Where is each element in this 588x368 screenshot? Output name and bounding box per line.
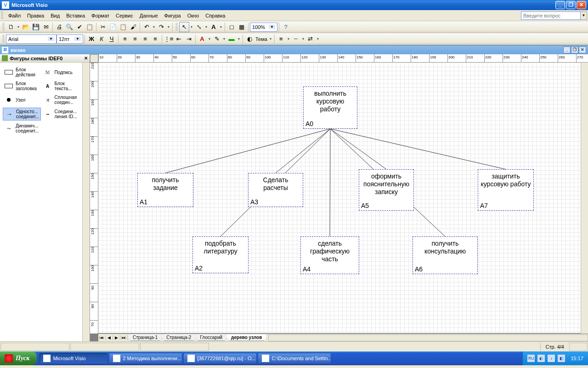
canvas-viewport[interactable]: выполнить курсовую работуA0получить зада… (98, 63, 588, 334)
clock[interactable]: 15:17 (571, 356, 583, 361)
shape-item[interactable]: AБлок текста... (42, 80, 80, 92)
format-painter-button[interactable]: 🖌 (128, 22, 138, 32)
horizontal-scrollbar[interactable] (268, 334, 588, 341)
line-weight-button[interactable]: ≡ (276, 34, 286, 44)
taskbar-task[interactable]: Microsoft Visio (39, 353, 108, 364)
diagram-node-A7[interactable]: защитить курсовую работуA7 (478, 169, 534, 211)
line-ends-button[interactable]: ⇄ (305, 34, 316, 44)
doc-close-button[interactable]: ✕ (579, 46, 586, 53)
decrease-indent-button[interactable]: ⇤ (174, 34, 184, 44)
align-justify-button[interactable]: ≡ (150, 34, 160, 44)
tab-nav-prev[interactable]: ◀ (106, 335, 113, 340)
maximize-button[interactable]: ❐ (566, 1, 576, 9)
fill-color-button[interactable]: ▬ (226, 34, 237, 44)
ask-dropdown[interactable]: ▼ (581, 12, 587, 20)
shapes-button[interactable]: ◻ (226, 22, 237, 32)
dropdown-icon[interactable]: ▼ (189, 25, 194, 29)
align-right-button[interactable]: ≡ (140, 34, 150, 44)
dropdown-icon[interactable]: ▼ (268, 37, 273, 40)
dropdown-icon[interactable]: ▼ (237, 37, 241, 40)
shape-item[interactable]: ⤳Динамич... соединит... (3, 122, 41, 134)
menu-фигура[interactable]: Фигура (161, 12, 184, 20)
shapes-scrollbar[interactable] (82, 63, 90, 341)
mail-button[interactable]: ✉ (41, 22, 51, 32)
align-center-button[interactable]: ≡ (130, 34, 140, 44)
dropdown-icon[interactable]: ▼ (301, 37, 305, 40)
zoom-combo[interactable]: 100%▼ (250, 23, 277, 32)
font-name-combo[interactable]: Arial▼ (6, 34, 57, 44)
page-tab[interactable]: дерево узлов (226, 334, 267, 341)
font-color-button[interactable]: A (197, 34, 207, 44)
start-button[interactable]: Пуск (0, 351, 37, 365)
page-tab[interactable]: Страница-1 (128, 334, 163, 341)
diagram-node-A3[interactable]: Сделать расчетыA3 (248, 173, 303, 207)
tab-nav-first[interactable]: ⏮ (98, 335, 106, 340)
pointer-tool-button[interactable]: ↖ (179, 22, 189, 32)
dropdown-icon[interactable]: ▼ (207, 37, 212, 40)
page-tab[interactable]: Глоссарий (195, 334, 227, 341)
diagram-node-A6[interactable]: получить консультациюA6 (413, 236, 478, 274)
menu-сервис[interactable]: Сервис (113, 12, 136, 20)
redo-button[interactable]: ↷ (156, 22, 166, 32)
vertical-scrollbar[interactable] (581, 63, 588, 334)
ask-question-input[interactable] (521, 12, 581, 20)
paste-button[interactable]: 📋 (118, 22, 128, 32)
bullets-button[interactable]: ⋮≡ (164, 34, 174, 44)
print-button[interactable]: 🖨 (54, 22, 64, 32)
tray-icon[interactable]: ◧ (558, 355, 565, 362)
research-button[interactable]: 📋 (85, 22, 95, 32)
shape-item[interactable]: Блок действия (3, 66, 41, 78)
shape-item[interactable]: Узел (3, 94, 41, 106)
taskbar-task[interactable]: C:\Documents and Settin... (258, 353, 331, 364)
bold-button[interactable]: Ж (86, 34, 96, 44)
diagram-node-A0[interactable]: выполнить курсовую работуA0 (303, 86, 357, 129)
shapes-close-button[interactable]: ✕ (84, 56, 88, 61)
line-color-button[interactable]: ✎ (212, 34, 222, 44)
shape-item[interactable]: Блок заголовка (3, 80, 41, 92)
menu-вставка[interactable]: Вставка (63, 12, 88, 20)
dropdown-icon[interactable]: ▼ (286, 37, 291, 40)
theme-button[interactable]: ◐ (244, 34, 254, 44)
diagram-node-A4[interactable]: сделать графическую частьA4 (300, 236, 359, 274)
undo-button[interactable]: ↶ (141, 22, 152, 32)
page-tab[interactable]: Страница-2 (161, 334, 196, 341)
doc-maximize-button[interactable]: ❐ (571, 46, 578, 53)
menu-данные[interactable]: Данные (136, 12, 161, 20)
lang-indicator[interactable]: RU (527, 355, 535, 362)
doc-minimize-button[interactable]: _ (563, 46, 571, 53)
menu-справка[interactable]: Справка (202, 12, 228, 20)
shape-item[interactable]: ℳПодпись (42, 66, 80, 78)
save-button[interactable]: 💾 (31, 22, 41, 32)
taskbar-task[interactable]: 2 Методика выполнени... (109, 353, 182, 364)
stencil-button[interactable]: ▦ (237, 22, 247, 32)
dropdown-icon[interactable]: ▼ (204, 25, 209, 29)
open-button[interactable]: 📂 (21, 22, 31, 32)
italic-button[interactable]: К (96, 34, 107, 44)
menu-формат[interactable]: Формат (88, 12, 113, 20)
new-button[interactable]: 🗋 (6, 22, 16, 32)
dropdown-icon[interactable]: ▼ (316, 37, 320, 40)
drawing-page[interactable]: выполнить курсовую работуA0получить зада… (98, 63, 586, 333)
underline-button[interactable]: Ч (107, 34, 117, 44)
increase-indent-button[interactable]: ⇥ (184, 34, 194, 44)
tab-nav-next[interactable]: ▶ (113, 335, 120, 340)
menu-вид[interactable]: Вид (47, 12, 63, 20)
diagram-node-A5[interactable]: оформить пояснительную запискуA5 (359, 169, 414, 211)
menu-окно[interactable]: Окно (184, 12, 203, 20)
shape-item[interactable]: ╍Соедини... линия ID... (42, 108, 80, 121)
taskbar-task[interactable]: [367722681@qip.ru] - O... (183, 353, 257, 364)
help-button[interactable]: ? (281, 22, 291, 32)
tab-nav-last[interactable]: ⏭ (120, 335, 128, 340)
close-button[interactable]: ✕ (577, 1, 586, 9)
line-pattern-button[interactable]: ┄ (291, 34, 301, 44)
dropdown-icon[interactable]: ▼ (222, 37, 226, 40)
menu-правка[interactable]: Правка (24, 12, 47, 20)
cut-button[interactable]: ✂ (98, 22, 108, 32)
minimize-button[interactable]: _ (555, 1, 565, 9)
spellcheck-button[interactable]: ✔ (74, 22, 85, 32)
print-preview-button[interactable]: 🔍 (64, 22, 74, 32)
font-size-combo[interactable]: 12пт▼ (57, 34, 83, 44)
tray-icon[interactable]: ◐ (537, 355, 545, 362)
menu-файл[interactable]: Файл (5, 12, 24, 20)
shape-item[interactable]: ⤨Сплошная соедин... (42, 94, 80, 106)
